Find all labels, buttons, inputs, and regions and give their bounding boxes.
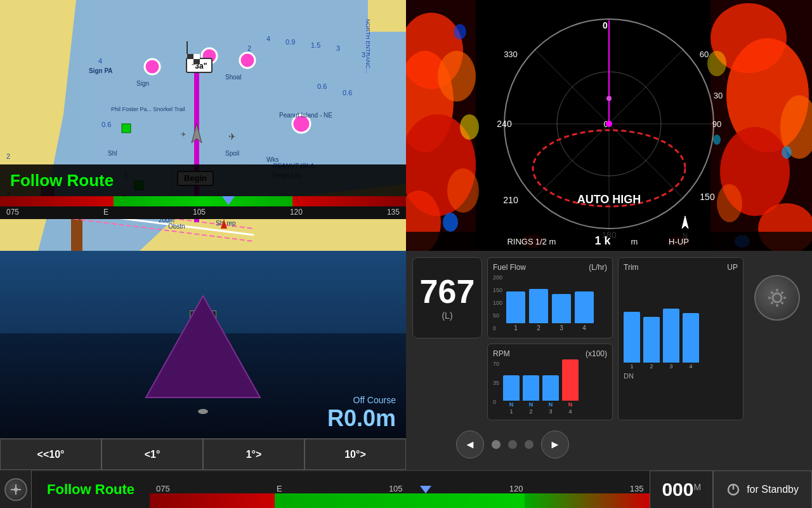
rpm-chart: 70350 N 1 N 2 N [493,361,607,415]
svg-text:Sign PA: Sign PA [89,67,113,74]
svg-text:90: 90 [712,119,721,129]
cdi-r1: 120 [290,208,303,217]
rpm-y-axis: 70350 [493,361,501,405]
svg-point-84 [782,146,792,159]
svg-text:m: m [631,237,638,246]
page-dot-1 [492,440,501,449]
svg-rect-26 [187,59,193,64]
page-prev-button[interactable]: ◄ [456,431,484,458]
fuel-bar-3: 3 [552,294,571,331]
fuel-bar-4: 4 [575,291,594,331]
svg-text:Sign: Sign [136,80,149,87]
turn-left-1-button[interactable]: <1° [102,439,203,470]
svg-point-72 [460,114,479,140]
svg-rect-6 [368,0,406,32]
rpm-widget: RPM (x100) 70350 N 1 N 2 [487,344,613,420]
svg-text:2: 2 [247,44,251,52]
turn-right-10-button[interactable]: 10°> [304,439,406,470]
svg-text:4: 4 [98,57,102,65]
fuel-flow-widget: Fuel Flow (L/hr) 200150100500 1 2 [487,257,613,338]
nav-buttons: <<10° <1° 1°> 10°> [0,438,406,470]
cdi-left: 075 [6,208,19,217]
turn-left-10-button[interactable]: <<10° [0,439,102,470]
svg-line-123 [782,302,783,304]
svg-rect-24 [187,54,193,59]
off-course-display: Off Course R0.0m [327,395,396,432]
fuel-number-display: 767 (L) [412,257,482,338]
svg-text:3: 3 [336,44,340,52]
fuel-flow-unit: (L/hr) [589,263,607,272]
trim-bar-3: 3 [663,309,679,370]
settings-area [749,257,806,338]
svg-point-82 [707,51,726,76]
svg-text:330: 330 [504,50,518,59]
trim-bar-4: 4 [683,313,699,370]
svg-point-73 [443,213,458,232]
fuel-bar-1: 1 [506,291,525,331]
rpm-title: RPM [493,349,510,358]
svg-point-74 [454,24,466,39]
svg-text:H-UP: H-UP [669,237,689,246]
page-next-button[interactable]: ► [541,431,569,458]
svg-text:RINGS: RINGS [507,237,534,246]
turn-right-1-button[interactable]: 1°> [203,439,304,470]
main-grid: "3a" Begin 4 2 4 0.9 1.5 3 3 0.6 0.6 0.6… [0,0,812,508]
bottom-cdi-labels: 075 E 105 120 135 [150,484,650,493]
svg-rect-27 [193,59,200,64]
svg-text:Phil Foster Pa... Snorkel Trai: Phil Foster Pa... Snorkel Trail [111,106,185,112]
svg-point-105 [606,121,612,127]
fuel-flow-y-axis: 200150100500 [493,274,504,331]
bottom-cdi-container: 075 E 105 120 135 [150,471,650,508]
trim-dn: DN [624,372,738,380]
svg-point-106 [606,96,612,101]
cdi-numbers: 075 E 105 120 135 [0,206,406,218]
power-icon [726,483,740,497]
follow-route-title: Follow Route [10,171,114,190]
gps-icon-container [0,471,32,508]
svg-marker-116 [146,296,260,398]
fuel-flow-title: Fuel Flow [493,263,526,272]
gear-button[interactable] [754,275,800,321]
bottom-follow-route: Follow Route [32,481,150,498]
svg-text:1 k: 1 k [594,234,611,247]
svg-line-124 [782,292,783,294]
trim-up: UP [727,263,738,272]
svg-text:60: 60 [700,50,709,59]
cdi-r2: 135 [387,208,400,217]
page-navigation: ◄ ► [412,425,613,464]
trim-widget: Trim UP 1 2 3 4 [618,257,743,420]
trim-title: Trim [624,263,639,272]
svg-text:Shl: Shl [108,150,117,157]
rpm-bars-container: N 1 N 2 N 3 N [503,361,607,415]
standby-button[interactable]: for Standby [713,471,812,508]
svg-text:30: 30 [714,91,723,100]
bottom-cdi-075: 075 [156,484,170,493]
nav-3d-panel: "3a' 407m Off Course R0.0m <<10° <1° 1°>… [0,251,406,470]
svg-point-117 [773,293,782,302]
svg-point-126 [14,488,18,491]
fuel-unit: (L) [442,311,452,321]
svg-point-85 [713,135,721,145]
svg-text:4: 4 [266,35,270,43]
page-dot-2 [508,440,517,449]
svg-text:1.5: 1.5 [311,41,320,49]
cdi-e: E [103,208,108,217]
svg-rect-11 [122,124,131,133]
bottom-cdi-e: E [277,484,282,493]
fuel-bar-2: 2 [529,289,548,331]
heading-display: 000 M [650,471,713,508]
bottom-cdi-pointer [420,486,431,493]
bottom-cdi-bar [150,493,650,508]
rpm-header: RPM (x100) [493,349,607,358]
rpm-bar-4: N 4 [562,359,579,415]
svg-text:2: 2 [6,152,10,160]
trim-bar-2: 2 [643,317,660,370]
trim-chart: 1 2 3 4 [624,274,738,370]
svg-rect-25 [193,54,200,59]
svg-point-81 [717,184,742,222]
svg-text:✈: ✈ [228,131,236,142]
svg-text:Wks: Wks [266,156,278,163]
fuel-flow-chart: 200150100500 1 2 3 [493,274,607,331]
rpm-bar-1: N 1 [503,375,520,415]
svg-point-71 [447,168,479,213]
